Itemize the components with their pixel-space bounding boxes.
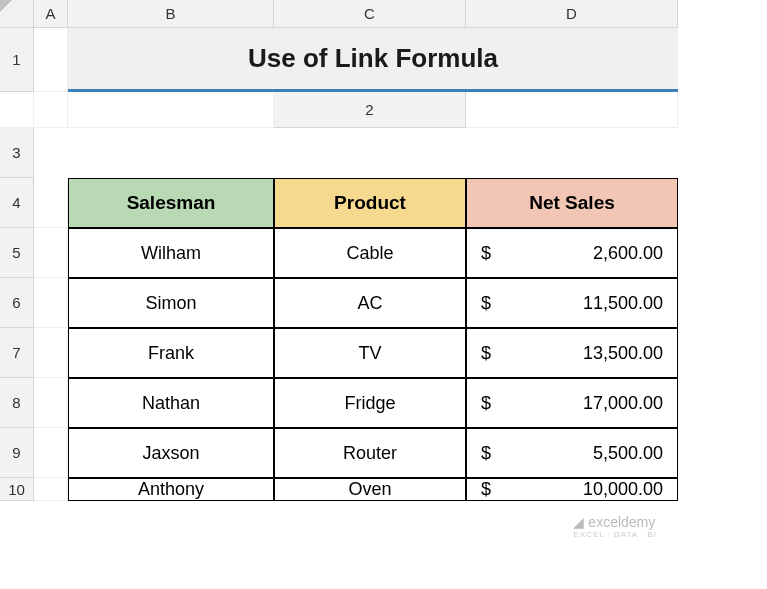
- cell-a1[interactable]: [34, 28, 68, 92]
- cell-product-4[interactable]: Router: [274, 428, 466, 478]
- col-header-b[interactable]: B: [68, 0, 274, 28]
- cell-salesman-5[interactable]: Anthony: [68, 478, 274, 501]
- row-header-8[interactable]: 8: [0, 378, 34, 428]
- row-header-10[interactable]: 10: [0, 478, 34, 501]
- cell-d1[interactable]: [68, 92, 274, 128]
- sales-value: 2,600.00: [593, 243, 663, 264]
- cell-a7[interactable]: [34, 328, 68, 378]
- cell-a4[interactable]: [34, 178, 68, 228]
- currency-symbol: $: [481, 343, 491, 364]
- row-header-5[interactable]: 5: [0, 228, 34, 278]
- watermark-icon: ◢: [573, 514, 584, 530]
- sales-value: 11,500.00: [583, 293, 663, 314]
- cell-sales-3[interactable]: $ 17,000.00: [466, 378, 678, 428]
- cell-a3[interactable]: [34, 128, 68, 178]
- cell-product-0[interactable]: Cable: [274, 228, 466, 278]
- currency-symbol: $: [481, 243, 491, 264]
- row-header-7[interactable]: 7: [0, 328, 34, 378]
- watermark-text: exceldemy: [588, 514, 655, 530]
- watermark: ◢ exceldemy EXCEL · DATA · BI: [573, 514, 657, 539]
- title-cell[interactable]: Use of Link Formula: [68, 28, 678, 92]
- cell-salesman-2[interactable]: Frank: [68, 328, 274, 378]
- cell-sales-1[interactable]: $ 11,500.00: [466, 278, 678, 328]
- row-header-4[interactable]: 4: [0, 178, 34, 228]
- cell-b3[interactable]: [68, 128, 274, 178]
- cell-a6[interactable]: [34, 278, 68, 328]
- cell-product-5[interactable]: Oven: [274, 478, 466, 501]
- cell-product-2[interactable]: TV: [274, 328, 466, 378]
- cell-salesman-4[interactable]: Jaxson: [68, 428, 274, 478]
- sales-value: 10,000.00: [583, 479, 663, 500]
- row-header-3[interactable]: 3: [0, 128, 34, 178]
- cell-c1[interactable]: [34, 92, 68, 128]
- cell-b1[interactable]: [0, 92, 34, 128]
- currency-symbol: $: [481, 393, 491, 414]
- cell-a8[interactable]: [34, 378, 68, 428]
- select-all-corner[interactable]: [0, 0, 34, 28]
- header-netsales[interactable]: Net Sales: [466, 178, 678, 228]
- watermark-subtext: EXCEL · DATA · BI: [573, 530, 657, 539]
- sales-value: 17,000.00: [583, 393, 663, 414]
- row-header-6[interactable]: 6: [0, 278, 34, 328]
- row-header-2[interactable]: 2: [274, 92, 466, 128]
- cell-salesman-0[interactable]: Wilham: [68, 228, 274, 278]
- cell-c3[interactable]: [274, 128, 466, 178]
- cell-product-1[interactable]: AC: [274, 278, 466, 328]
- title-text: Use of Link Formula: [248, 43, 498, 74]
- cell-sales-2[interactable]: $ 13,500.00: [466, 328, 678, 378]
- header-product[interactable]: Product: [274, 178, 466, 228]
- currency-symbol: $: [481, 443, 491, 464]
- currency-symbol: $: [481, 479, 491, 500]
- cell-sales-0[interactable]: $ 2,600.00: [466, 228, 678, 278]
- cell-a5[interactable]: [34, 228, 68, 278]
- cell-product-3[interactable]: Fridge: [274, 378, 466, 428]
- cell-salesman-3[interactable]: Nathan: [68, 378, 274, 428]
- row-header-9[interactable]: 9: [0, 428, 34, 478]
- spreadsheet-grid: A B C D 1 2 Use of Link Formula 3 4 Sale…: [0, 0, 767, 501]
- col-header-c[interactable]: C: [274, 0, 466, 28]
- sales-value: 13,500.00: [583, 343, 663, 364]
- cell-a9[interactable]: [34, 428, 68, 478]
- cell-d3[interactable]: [466, 128, 678, 178]
- cell-sales-4[interactable]: $ 5,500.00: [466, 428, 678, 478]
- cell-a2[interactable]: [466, 92, 678, 128]
- sales-value: 5,500.00: [593, 443, 663, 464]
- cell-a10[interactable]: [34, 478, 68, 501]
- currency-symbol: $: [481, 293, 491, 314]
- cell-sales-5[interactable]: $ 10,000.00: [466, 478, 678, 501]
- header-salesman[interactable]: Salesman: [68, 178, 274, 228]
- col-header-a[interactable]: A: [34, 0, 68, 28]
- cell-salesman-1[interactable]: Simon: [68, 278, 274, 328]
- col-header-d[interactable]: D: [466, 0, 678, 28]
- row-header-1[interactable]: 1: [0, 28, 34, 92]
